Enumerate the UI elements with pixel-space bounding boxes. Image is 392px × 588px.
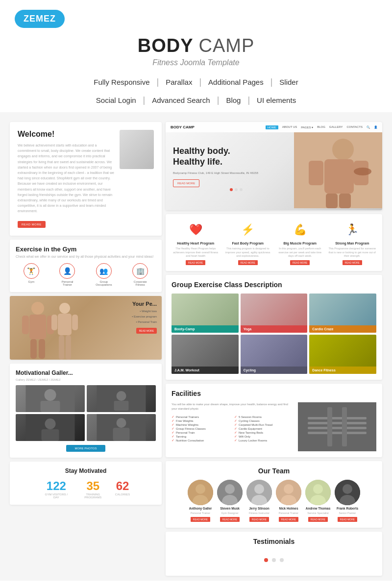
svg-rect-10 — [59, 335, 64, 360]
fast-program-name: Fast Body Program — [232, 242, 264, 245]
left-panel: Welcome! We believe achievement starts w… — [10, 122, 162, 576]
muscle-program-name: Big Muscle Program — [283, 242, 317, 245]
team-avatar-svg-0 — [188, 480, 213, 505]
feature-parallax: Parallax — [159, 77, 199, 87]
gallery-img-2 — [87, 385, 156, 412]
icon-trainer: 👤 PersonalTrainer — [59, 263, 75, 286]
svg-rect-4 — [30, 339, 37, 359]
nav-user-icon[interactable]: 👤 — [374, 125, 377, 129]
team-btn-3[interactable]: READ MORE — [279, 517, 298, 522]
heart-program-btn[interactable]: READ MORE — [186, 260, 205, 265]
check-icon-6: ✓ — [172, 435, 174, 439]
strongman-program-btn[interactable]: READ MORE — [343, 260, 362, 265]
stat-label-calories: CALORIES — [115, 493, 130, 496]
trainer-icon: 👤 — [59, 263, 75, 279]
hero-dot-3[interactable] — [240, 188, 243, 191]
fast-program-btn[interactable]: READ MORE — [238, 260, 258, 265]
svg-point-46 — [254, 484, 264, 494]
class-dance[interactable]: Dance Fitness — [309, 335, 376, 374]
hero-read-more-btn[interactable]: READ MORE — [173, 179, 199, 187]
class-booty-camp[interactable]: Booty-Camp — [172, 294, 239, 333]
check-icon-12: ✓ — [234, 431, 237, 435]
welcome-text: We believe achievement starts with educa… — [18, 143, 116, 214]
facility-tread: ✓ Carpeted Multi-Run Tread — [234, 423, 292, 427]
feature-social-login: Social Login — [89, 95, 143, 105]
gallery-img-3 — [16, 414, 85, 441]
gym-label: Gym — [28, 280, 34, 283]
zemez-logo[interactable]: ZEMEZ — [15, 10, 65, 28]
svg-point-31 — [354, 168, 371, 175]
team-avatar-0 — [188, 480, 213, 505]
testimonials-dot-1[interactable] — [264, 558, 268, 562]
welcome-title: Welcome! — [18, 130, 116, 139]
svg-rect-7 — [58, 314, 72, 335]
svg-rect-17 — [114, 401, 129, 411]
nav-about[interactable]: ABOUT US — [282, 125, 297, 129]
team-avatar-1 — [217, 480, 243, 505]
team-name-3: Nick Holmes — [279, 507, 298, 510]
trainer-label: PersonalTrainer — [62, 280, 74, 286]
hero-headline: Healthy body. Healthy life. — [173, 146, 287, 167]
svg-point-43 — [225, 484, 235, 494]
svg-rect-33 — [308, 417, 367, 419]
muscle-program-btn[interactable]: READ MORE — [290, 260, 310, 265]
testimonials-dot-3[interactable] — [280, 558, 284, 562]
nav-pages[interactable]: PAGES ▾ — [301, 125, 313, 129]
program-muscle: 💪 Big Muscle Program In this program, yo… — [276, 220, 324, 265]
personal-bg: Your Pe... • Weight loss • Exercise prog… — [10, 296, 162, 360]
team-btn-1[interactable]: READ MORE — [220, 517, 240, 522]
team-btn-2[interactable]: READ MORE — [249, 517, 269, 522]
corporate-label: CorporateFitness — [134, 280, 147, 286]
hero-dot-2[interactable] — [235, 188, 238, 191]
nav-blog[interactable]: BLOG — [317, 125, 325, 129]
facility-tanning-beds: ✓ New Tanning Beds — [234, 431, 292, 435]
nav-home[interactable]: HOME — [266, 125, 278, 129]
fast-program-desc: This training program is designed to imp… — [224, 247, 272, 258]
facilities-image — [298, 402, 376, 451]
team-avatar-svg-1 — [217, 480, 243, 505]
hero-dot-1[interactable] — [230, 188, 233, 191]
gallery-grid — [16, 385, 156, 441]
facility-free-weights: ✓ Free Weights — [172, 419, 229, 423]
hero-text-area: Healthy body. Healthy life. Bodycamp Fit… — [166, 132, 294, 209]
class-cardio[interactable]: Cardio Craze — [309, 294, 376, 333]
facilities-inner: You will be able to make your dream shap… — [172, 402, 376, 451]
gallery-card: Motivational Galler... Gallery ZEMEZ / Z… — [10, 364, 162, 458]
feature-additional-pages: Additional Pages — [201, 77, 270, 87]
muscle-program-desc: In this program, you'll perform each exe… — [276, 247, 324, 258]
feature-advanced-search: Advanced Search — [145, 95, 217, 105]
svg-rect-20 — [42, 429, 59, 441]
stat-label-programs: TRAINING PROGRAMS — [78, 493, 108, 499]
strongman-program-name: Strong Man Program — [335, 242, 369, 245]
program-heart: ❤️ Healthy Heart Program The Healthy Hea… — [172, 220, 220, 265]
strongman-program-desc: This Programme designed for someone that… — [328, 247, 377, 258]
class-jam[interactable]: J.A.M. Workout — [172, 335, 239, 374]
facility-session-rooms: ✓ 5 Session Rooms — [234, 415, 292, 419]
team-section: Our Team Anthony Galler Personal Trainer… — [166, 461, 382, 528]
personal-title: Your Pe... — [132, 301, 157, 307]
class-cycling[interactable]: Cycling — [241, 335, 308, 374]
team-avatar-svg-3 — [276, 480, 301, 505]
team-btn-4[interactable]: READ MORE — [308, 517, 328, 522]
group-label: GroupOccupations — [96, 280, 112, 286]
check-icon-13: ✓ — [234, 435, 237, 439]
nav-search-icon[interactable]: 🔍 — [367, 125, 370, 129]
team-btn-0[interactable]: READ MORE — [191, 517, 210, 522]
welcome-read-more-btn[interactable]: READ MORE — [18, 221, 46, 228]
hero-address: Bodycamp Fitness Club, 149 E High Street… — [173, 171, 287, 175]
personal-read-more-btn[interactable]: READ MORE — [136, 328, 157, 334]
nav-gallery[interactable]: GALLERY — [329, 125, 343, 129]
svg-rect-27 — [309, 161, 323, 185]
icon-group: 👥 GroupOccupations — [96, 263, 112, 286]
team-btn-5[interactable]: READ MORE — [338, 517, 357, 522]
logo-area: ZEMEZ — [15, 10, 377, 28]
class-yoga[interactable]: Yoga — [241, 294, 308, 333]
testimonials-dot-2[interactable] — [272, 558, 276, 562]
group-section-title: Group Exercise Class Description — [172, 281, 376, 289]
svg-point-40 — [196, 484, 205, 494]
nav-contacts[interactable]: CONTACTS — [346, 125, 363, 129]
check-icon-3: ✓ — [172, 423, 174, 427]
gallery-more-btn[interactable]: MORE PHOTOS — [66, 445, 105, 452]
svg-rect-11 — [66, 335, 71, 360]
team-title: Our Team — [172, 467, 376, 475]
